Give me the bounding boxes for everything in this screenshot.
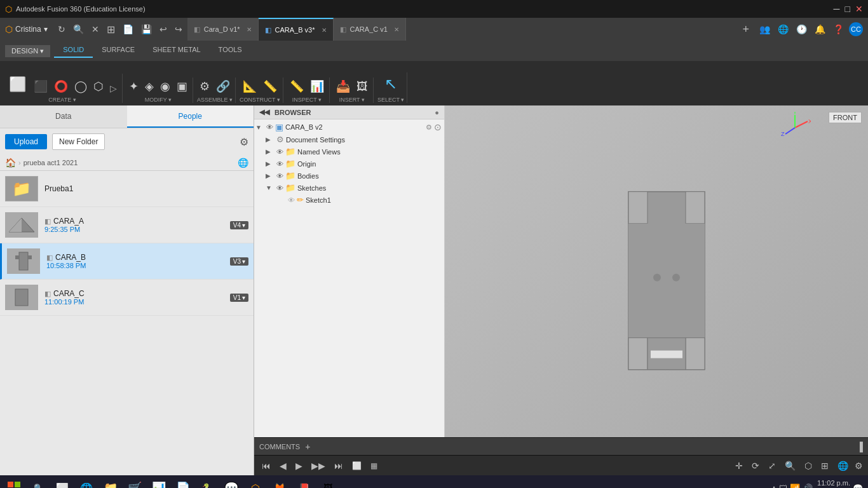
list-item[interactable]: ◧ CARA_A 9:25:35 PM V4 ▾ — [0, 207, 254, 243]
tree-item[interactable]: ▶ 👁 📁 Bodies — [254, 170, 444, 182]
browser-collapse-icon[interactable]: ◀◀ — [259, 108, 269, 116]
python-icon[interactable]: 🐍 — [196, 477, 219, 488]
chamfer-button[interactable]: ◉ — [158, 78, 173, 95]
tab-cara-c[interactable]: ◧ CARA_C v1 ✕ — [334, 18, 406, 41]
orbit-button[interactable]: ⟳ — [749, 459, 762, 472]
breadcrumb-globe-icon[interactable]: 🌐 — [238, 158, 248, 168]
tab-surface[interactable]: SURFACE — [93, 44, 144, 58]
tab-tools[interactable]: TOOLS — [210, 44, 251, 58]
nav-prev-button[interactable]: ◀ — [277, 459, 289, 472]
tree-item[interactable]: ▶ 👁 📁 Origin — [254, 158, 444, 170]
notification-center-icon[interactable]: 💬 — [853, 484, 863, 489]
browser-options-icon[interactable]: ● — [435, 109, 439, 116]
redo-icon[interactable]: ↪ — [172, 23, 185, 36]
list-item[interactable]: 📁 Prueba1 — [0, 171, 254, 207]
tab-sheet-metal[interactable]: SHEET METAL — [144, 44, 209, 58]
zoom-in-button[interactable]: 🔍 — [782, 459, 798, 472]
list-item[interactable]: ◧ CARA_C 11:00:19 PM V1 ▾ — [0, 280, 254, 316]
tree-eye-icon[interactable]: 👁 — [276, 172, 283, 180]
fillet-button[interactable]: ◈ — [142, 78, 156, 95]
save-icon[interactable]: 💾 — [139, 23, 154, 36]
user-menu[interactable]: ⬡ Cristina ▾ — [5, 24, 48, 34]
window-controls[interactable]: ─ □ ✕ — [834, 4, 863, 14]
explorer-icon[interactable]: 📁 — [99, 477, 122, 488]
insert-mesh-button[interactable]: 📥 — [334, 78, 353, 95]
version-badge[interactable]: V3 ▾ — [230, 257, 248, 266]
minimize-button[interactable]: ─ — [834, 4, 840, 14]
tree-toggle-icon[interactable]: ▼ — [255, 124, 264, 131]
upload-button[interactable]: Upload — [5, 134, 47, 149]
volume-icon[interactable]: 🔊 — [803, 484, 813, 489]
viewport-settings-icon[interactable]: ⚙ — [855, 461, 863, 471]
tree-settings-dot-icon[interactable]: ⊙ — [434, 122, 442, 132]
tab-cara-b[interactable]: ◧ CARA_B v3* ✕ — [259, 18, 334, 41]
offset-plane-button[interactable]: 📐 — [240, 78, 259, 95]
globe-icon[interactable]: 🌐 — [775, 23, 791, 36]
new-folder-button[interactable]: New Folder — [52, 133, 105, 150]
create-sketch-button[interactable]: ⬜ — [5, 74, 30, 95]
extrude-button[interactable]: ⬛ — [31, 78, 50, 95]
search-icon[interactable]: 🔍 — [71, 23, 86, 36]
tray-show-hidden-icon[interactable]: ∧ — [771, 484, 776, 489]
refresh-icon[interactable]: ↻ — [55, 23, 68, 36]
new-component-button[interactable]: ⚙ — [197, 78, 212, 95]
tree-eye-icon[interactable]: 👁 — [288, 196, 295, 204]
notification-icon[interactable]: 🔔 — [812, 23, 828, 36]
help-icon[interactable]: ❓ — [831, 23, 846, 36]
axis-button[interactable]: 📏 — [261, 78, 280, 95]
store-icon[interactable]: 🛒 — [123, 477, 146, 488]
sweep-button[interactable]: ◯ — [72, 78, 90, 95]
account-icon[interactable]: CC — [849, 22, 863, 36]
taskbar-search-button[interactable]: 🔍 — [27, 477, 50, 488]
create-more-button[interactable]: ▷ — [107, 81, 119, 95]
excel-icon[interactable]: 📊 — [147, 477, 170, 488]
undo-icon[interactable]: ↩ — [157, 23, 170, 36]
tab-solid[interactable]: SOLID — [54, 44, 93, 58]
nav-capture-icon[interactable]: ⬜ — [349, 460, 364, 471]
tree-item[interactable]: 👁 ✏ Sketch1 — [254, 194, 444, 206]
tree-item[interactable]: ▶ 👁 📁 Named Views — [254, 146, 444, 158]
edge-icon[interactable]: 🌐 — [75, 477, 98, 488]
tree-eye-icon[interactable]: 👁 — [276, 184, 283, 192]
tree-toggle-icon[interactable]: ▶ — [266, 160, 275, 167]
tab-cara-b-close[interactable]: ✕ — [322, 27, 327, 34]
grid-icon[interactable]: ⊞ — [104, 22, 118, 37]
tab-cara-d[interactable]: ◧ Cara_D v1* ✕ — [187, 18, 259, 41]
photos-icon[interactable]: 🖼 — [316, 477, 339, 488]
tab-cara-d-close[interactable]: ✕ — [247, 26, 252, 33]
start-button[interactable] — [3, 477, 25, 488]
display-mode-button[interactable]: ⬡ — [802, 459, 815, 472]
nav-timeline-icon[interactable]: ▦ — [368, 460, 380, 471]
tree-item[interactable]: ▼ 👁 📁 Sketches — [254, 182, 444, 194]
tree-toggle-icon[interactable]: ▶ — [266, 136, 275, 143]
revolve-button[interactable]: ⭕ — [51, 78, 71, 95]
word-icon[interactable]: 📄 — [172, 477, 194, 488]
grid-toggle-button[interactable]: ⊞ — [818, 459, 831, 472]
section-analysis-button[interactable]: 📊 — [308, 78, 327, 95]
nav-last-button[interactable]: ⏭ — [332, 459, 346, 472]
new-tab-button[interactable]: + — [737, 23, 754, 36]
viewport[interactable]: X Y Z FRONT — [445, 105, 868, 437]
design-mode-button[interactable]: DESIGN ▾ — [5, 45, 50, 57]
task-view-button[interactable]: ⬜ — [51, 477, 74, 488]
teams-icon[interactable]: 💬 — [220, 477, 243, 488]
tree-gear-icon[interactable]: ⚙ — [426, 123, 432, 132]
file-icon[interactable]: 📄 — [120, 23, 136, 36]
nav-play-button[interactable]: ▶ — [293, 459, 305, 472]
breadcrumb-folder[interactable]: prueba act1 2021 — [24, 159, 78, 166]
joint-button[interactable]: 🔗 — [214, 78, 233, 95]
select-button[interactable]: ↖ — [381, 72, 401, 95]
tab-cara-c-close[interactable]: ✕ — [394, 26, 399, 33]
data-tab[interactable]: Data — [0, 105, 127, 128]
fusion-taskbar-icon[interactable]: ⬡ — [244, 477, 267, 488]
shell-button[interactable]: ▣ — [174, 78, 190, 95]
close-button[interactable]: ✕ — [855, 4, 863, 14]
tree-eye-icon[interactable]: 👁 — [276, 148, 283, 156]
tree-toggle-icon[interactable]: ▼ — [266, 184, 275, 191]
zoom-fit-button[interactable]: ⤢ — [766, 459, 778, 472]
panel-settings-icon[interactable]: ⚙ — [240, 136, 248, 148]
tree-eye-icon[interactable]: 👁 — [266, 123, 273, 131]
tree-toggle-icon[interactable]: ▶ — [266, 148, 275, 155]
press-pull-button[interactable]: ✦ — [126, 78, 141, 95]
expand-comments-icon[interactable]: ▐ — [857, 442, 863, 452]
